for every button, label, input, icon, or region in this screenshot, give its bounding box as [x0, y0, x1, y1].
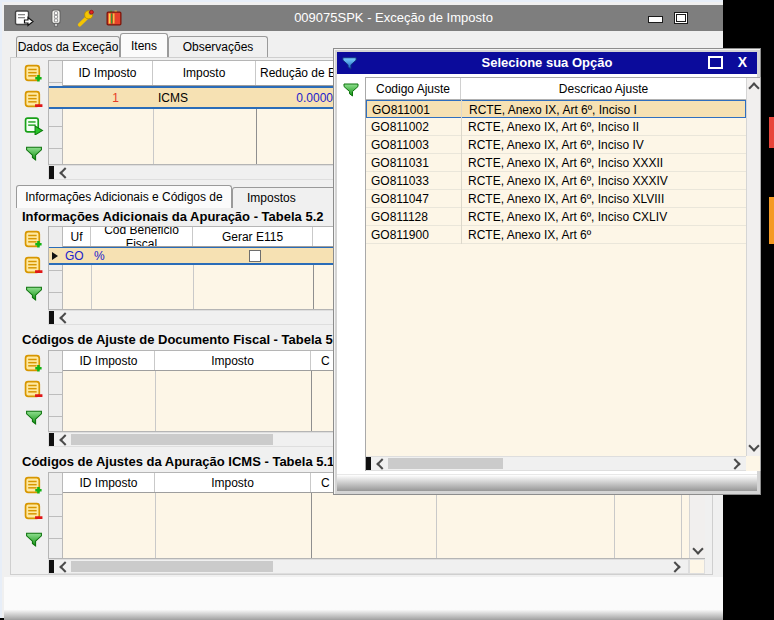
cell-cod-beneficio: % — [94, 249, 105, 263]
scrollbar-corner — [746, 456, 760, 471]
col-header-id-imposto[interactable]: ID Imposto — [63, 61, 153, 85]
cell-codigo: GO811003 — [371, 138, 429, 152]
scroll-left-icon[interactable] — [59, 312, 70, 323]
column-divider — [681, 493, 682, 558]
dialog-row[interactable]: GO811033RCTE, Anexo IX, Art 6º, Inciso X… — [366, 172, 746, 190]
column-divider — [311, 493, 312, 558]
col-header-cod-beneficio[interactable]: Cod Beneficio Fiscal — [91, 227, 193, 246]
dialog-row[interactable]: GO811031RCTE, Anexo IX, Art 6º, Inciso X… — [366, 154, 746, 172]
filter-icon[interactable] — [24, 283, 44, 302]
col-header-descricao-ajuste[interactable]: Descricao Ajuste — [461, 78, 746, 99]
scroll-down-icon[interactable] — [692, 543, 703, 554]
dialog-row[interactable]: GO811003RCTE, Anexo IX, Art 6º, Inciso I… — [366, 136, 746, 154]
dialog-footer — [337, 474, 757, 491]
tab-label: Informações Adicionais e Códigos de Ajus… — [25, 190, 222, 208]
col-header-codigo-ajuste[interactable]: Codigo Ajuste — [366, 78, 461, 99]
col-header-imposto[interactable]: Imposto — [155, 351, 311, 370]
add-row-icon[interactable] — [24, 230, 44, 249]
scrollbar-grip[interactable] — [49, 166, 54, 179]
scroll-right-icon[interactable] — [669, 561, 680, 572]
tab-label: Itens — [131, 39, 157, 53]
background-window-orange-fragment — [769, 197, 774, 244]
cell-descricao: RCTE, Anexo IX, Art 6º, Inciso XLVIII — [468, 192, 664, 206]
row-indicator-column — [49, 227, 63, 309]
column-divider — [155, 493, 156, 558]
dialog-hscrollbar[interactable] — [366, 456, 746, 471]
cell-codigo: GO811031 — [371, 156, 429, 170]
scroll-left-icon[interactable] — [59, 561, 70, 572]
gerar-e115-checkbox[interactable] — [249, 250, 261, 262]
scroll-left-icon[interactable] — [376, 458, 387, 469]
add-row-icon[interactable] — [24, 354, 44, 373]
scroll-up-icon[interactable] — [748, 82, 759, 93]
tab-label: Impostos Vinculad — [247, 191, 296, 208]
section-title-tabela-5-3: Códigos de Ajuste de Documento Fiscal - … — [22, 332, 343, 347]
dialog-grid-header: Codigo Ajuste Descricao Ajuste — [366, 78, 746, 100]
minimize-button[interactable] — [648, 16, 663, 23]
cell-descricao: RCTE, Anexo IX, Art 6º — [468, 228, 591, 242]
add-row-icon[interactable] — [24, 64, 44, 83]
col-label: Imposto — [183, 66, 226, 80]
section-title-tabela-5-2: Informações Adicionais da Apuração - Tab… — [22, 209, 324, 224]
filter-icon[interactable] — [24, 407, 44, 426]
col-label: Descricao Ajuste — [559, 82, 648, 96]
cell-descricao: RCTE, Anexo IX, Art 6º, Inciso CXLIV — [468, 210, 667, 224]
dialog-row[interactable]: GO811001RCTE, Anexo IX, Art 6º, Inciso I — [366, 100, 746, 118]
col-header-uf[interactable]: Uf — [63, 227, 91, 246]
dialog-close-button[interactable]: X — [738, 55, 747, 69]
maximize-button[interactable] — [674, 12, 688, 24]
scrollbar-grip[interactable] — [49, 433, 54, 446]
filter-icon[interactable] — [342, 80, 360, 98]
window-bottom-border — [4, 609, 723, 620]
col-header-id-imposto[interactable]: ID Imposto — [63, 351, 155, 370]
filter-icon[interactable] — [24, 143, 44, 162]
dialog-maximize-button[interactable] — [708, 56, 723, 69]
tab-itens[interactable]: Itens — [120, 33, 168, 57]
col-label: Uf — [71, 230, 83, 244]
filter-icon[interactable] — [24, 529, 44, 548]
delete-row-icon[interactable] — [24, 90, 44, 109]
scrollbar-grip[interactable] — [49, 560, 54, 573]
cell-descricao: RCTE, Anexo IX, Art 6º, Inciso IV — [468, 138, 644, 152]
run-row-icon[interactable] — [24, 116, 44, 135]
window-titlebar[interactable]: 009075SPK - Exceção de Imposto — [4, 5, 723, 31]
dialog-vscrollbar[interactable] — [746, 78, 760, 456]
row-indicator-column — [49, 473, 63, 558]
delete-row-icon[interactable] — [24, 502, 44, 521]
col-header-imposto[interactable]: Imposto — [155, 473, 311, 492]
dialog-row[interactable]: GO811900RCTE, Anexo IX, Art 6º — [366, 226, 746, 244]
scroll-left-icon[interactable] — [59, 434, 70, 445]
ajuste-apuracao-grid-hscrollbar[interactable] — [48, 559, 689, 574]
tab-dados-da-excecao[interactable]: Dados da Exceção — [16, 36, 120, 57]
tab-informacoes-adicionais[interactable]: Informações Adicionais e Códigos de Ajus… — [16, 185, 232, 208]
tab-impostos-vinculados[interactable]: Impostos Vinculad — [232, 187, 344, 208]
col-header-gerar-e115[interactable]: Gerar E115 — [193, 227, 313, 246]
cell-descricao: RCTE, Anexo IX, Art 6º, Inciso XXXIV — [468, 174, 668, 188]
tab-observacoes[interactable]: Observações — [168, 36, 268, 57]
cell-imposto: ICMS — [158, 91, 188, 105]
selecione-opcao-dialog: Selecione sua Opção X Codigo Ajuste Desc… — [333, 48, 761, 495]
add-row-icon[interactable] — [24, 476, 44, 495]
dialog-row[interactable]: GO811047RCTE, Anexo IX, Art 6º, Inciso X… — [366, 190, 746, 208]
col-header-id-imposto[interactable]: ID Imposto — [63, 473, 155, 492]
scroll-left-icon[interactable] — [59, 167, 70, 178]
scrollbar-grip[interactable] — [49, 311, 54, 324]
scrollbar-thumb[interactable] — [71, 561, 273, 572]
scrollbar-thumb[interactable] — [388, 458, 503, 469]
desktop: 009075SPK - Exceção de Imposto Dados da … — [0, 0, 774, 620]
dialog-titlebar[interactable]: Selecione sua Opção X — [337, 52, 757, 74]
dialog-row[interactable]: GO811128RCTE, Anexo IX, Art 6º, Inciso C… — [366, 208, 746, 226]
cell-descricao: RCTE, Anexo IX, Art 6º, Inciso I — [469, 103, 637, 117]
scroll-right-icon[interactable] — [729, 458, 740, 469]
scrollbar-thumb[interactable] — [71, 434, 273, 445]
scrollbar-grip[interactable] — [366, 457, 371, 470]
scroll-down-icon[interactable] — [748, 440, 759, 451]
col-header-imposto[interactable]: Imposto — [153, 61, 256, 85]
delete-row-icon[interactable] — [24, 256, 44, 275]
col-label: Imposto — [211, 476, 254, 490]
col-label: ID Imposto — [79, 354, 137, 368]
dialog-row[interactable]: GO811002RCTE, Anexo IX, Art 6º, Inciso I… — [366, 118, 746, 136]
cell-id-imposto: 1 — [63, 91, 119, 105]
section-title-tabela-5-1-1: Códigos de Ajustes da Apuração ICMS - Ta… — [22, 454, 345, 469]
delete-row-icon[interactable] — [24, 380, 44, 399]
